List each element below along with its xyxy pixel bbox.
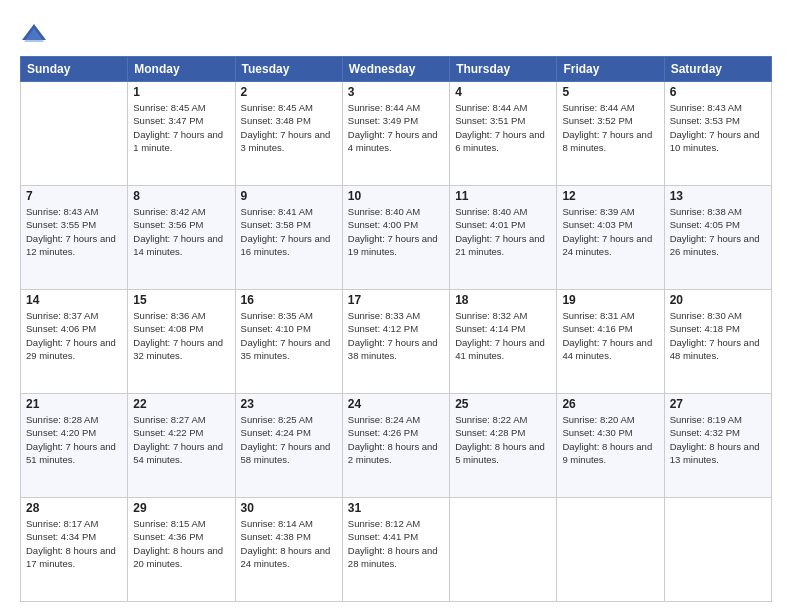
calendar-cell: 13Sunrise: 8:38 AMSunset: 4:05 PMDayligh…: [664, 186, 771, 290]
day-number: 2: [241, 85, 337, 99]
day-info: Sunrise: 8:24 AMSunset: 4:26 PMDaylight:…: [348, 413, 444, 466]
day-number: 30: [241, 501, 337, 515]
day-number: 13: [670, 189, 766, 203]
calendar-cell: 3Sunrise: 8:44 AMSunset: 3:49 PMDaylight…: [342, 82, 449, 186]
calendar-cell: [557, 498, 664, 602]
day-number: 25: [455, 397, 551, 411]
calendar-cell: 24Sunrise: 8:24 AMSunset: 4:26 PMDayligh…: [342, 394, 449, 498]
calendar-cell: 9Sunrise: 8:41 AMSunset: 3:58 PMDaylight…: [235, 186, 342, 290]
day-number: 27: [670, 397, 766, 411]
day-number: 4: [455, 85, 551, 99]
calendar-cell: [664, 498, 771, 602]
calendar-cell: 30Sunrise: 8:14 AMSunset: 4:38 PMDayligh…: [235, 498, 342, 602]
day-number: 21: [26, 397, 122, 411]
day-info: Sunrise: 8:36 AMSunset: 4:08 PMDaylight:…: [133, 309, 229, 362]
day-info: Sunrise: 8:44 AMSunset: 3:52 PMDaylight:…: [562, 101, 658, 154]
calendar-cell: [21, 82, 128, 186]
calendar-week-row: 1Sunrise: 8:45 AMSunset: 3:47 PMDaylight…: [21, 82, 772, 186]
day-info: Sunrise: 8:40 AMSunset: 4:00 PMDaylight:…: [348, 205, 444, 258]
day-info: Sunrise: 8:42 AMSunset: 3:56 PMDaylight:…: [133, 205, 229, 258]
calendar-week-row: 14Sunrise: 8:37 AMSunset: 4:06 PMDayligh…: [21, 290, 772, 394]
day-number: 29: [133, 501, 229, 515]
calendar-day-header: Thursday: [450, 57, 557, 82]
day-info: Sunrise: 8:44 AMSunset: 3:51 PMDaylight:…: [455, 101, 551, 154]
calendar-cell: 19Sunrise: 8:31 AMSunset: 4:16 PMDayligh…: [557, 290, 664, 394]
day-info: Sunrise: 8:45 AMSunset: 3:47 PMDaylight:…: [133, 101, 229, 154]
day-number: 24: [348, 397, 444, 411]
calendar-cell: 29Sunrise: 8:15 AMSunset: 4:36 PMDayligh…: [128, 498, 235, 602]
day-number: 18: [455, 293, 551, 307]
header: [20, 16, 772, 48]
day-number: 5: [562, 85, 658, 99]
day-number: 31: [348, 501, 444, 515]
day-number: 15: [133, 293, 229, 307]
calendar-cell: 16Sunrise: 8:35 AMSunset: 4:10 PMDayligh…: [235, 290, 342, 394]
calendar-cell: 17Sunrise: 8:33 AMSunset: 4:12 PMDayligh…: [342, 290, 449, 394]
calendar-cell: 6Sunrise: 8:43 AMSunset: 3:53 PMDaylight…: [664, 82, 771, 186]
calendar-cell: 27Sunrise: 8:19 AMSunset: 4:32 PMDayligh…: [664, 394, 771, 498]
day-info: Sunrise: 8:44 AMSunset: 3:49 PMDaylight:…: [348, 101, 444, 154]
day-info: Sunrise: 8:37 AMSunset: 4:06 PMDaylight:…: [26, 309, 122, 362]
calendar-cell: 12Sunrise: 8:39 AMSunset: 4:03 PMDayligh…: [557, 186, 664, 290]
calendar-week-row: 21Sunrise: 8:28 AMSunset: 4:20 PMDayligh…: [21, 394, 772, 498]
calendar-cell: 22Sunrise: 8:27 AMSunset: 4:22 PMDayligh…: [128, 394, 235, 498]
calendar-cell: 14Sunrise: 8:37 AMSunset: 4:06 PMDayligh…: [21, 290, 128, 394]
calendar-cell: 28Sunrise: 8:17 AMSunset: 4:34 PMDayligh…: [21, 498, 128, 602]
calendar: SundayMondayTuesdayWednesdayThursdayFrid…: [20, 56, 772, 602]
day-info: Sunrise: 8:22 AMSunset: 4:28 PMDaylight:…: [455, 413, 551, 466]
calendar-header-row: SundayMondayTuesdayWednesdayThursdayFrid…: [21, 57, 772, 82]
calendar-day-header: Sunday: [21, 57, 128, 82]
day-info: Sunrise: 8:45 AMSunset: 3:48 PMDaylight:…: [241, 101, 337, 154]
calendar-cell: 11Sunrise: 8:40 AMSunset: 4:01 PMDayligh…: [450, 186, 557, 290]
day-info: Sunrise: 8:41 AMSunset: 3:58 PMDaylight:…: [241, 205, 337, 258]
calendar-day-header: Monday: [128, 57, 235, 82]
day-number: 23: [241, 397, 337, 411]
calendar-cell: 20Sunrise: 8:30 AMSunset: 4:18 PMDayligh…: [664, 290, 771, 394]
day-info: Sunrise: 8:20 AMSunset: 4:30 PMDaylight:…: [562, 413, 658, 466]
day-info: Sunrise: 8:19 AMSunset: 4:32 PMDaylight:…: [670, 413, 766, 466]
day-number: 14: [26, 293, 122, 307]
calendar-cell: 18Sunrise: 8:32 AMSunset: 4:14 PMDayligh…: [450, 290, 557, 394]
calendar-cell: 8Sunrise: 8:42 AMSunset: 3:56 PMDaylight…: [128, 186, 235, 290]
day-info: Sunrise: 8:27 AMSunset: 4:22 PMDaylight:…: [133, 413, 229, 466]
day-info: Sunrise: 8:25 AMSunset: 4:24 PMDaylight:…: [241, 413, 337, 466]
day-number: 8: [133, 189, 229, 203]
day-number: 28: [26, 501, 122, 515]
day-info: Sunrise: 8:32 AMSunset: 4:14 PMDaylight:…: [455, 309, 551, 362]
calendar-cell: 1Sunrise: 8:45 AMSunset: 3:47 PMDaylight…: [128, 82, 235, 186]
day-number: 19: [562, 293, 658, 307]
calendar-cell: 21Sunrise: 8:28 AMSunset: 4:20 PMDayligh…: [21, 394, 128, 498]
day-info: Sunrise: 8:43 AMSunset: 3:53 PMDaylight:…: [670, 101, 766, 154]
day-number: 10: [348, 189, 444, 203]
day-info: Sunrise: 8:35 AMSunset: 4:10 PMDaylight:…: [241, 309, 337, 362]
calendar-day-header: Friday: [557, 57, 664, 82]
calendar-day-header: Tuesday: [235, 57, 342, 82]
day-number: 3: [348, 85, 444, 99]
day-info: Sunrise: 8:40 AMSunset: 4:01 PMDaylight:…: [455, 205, 551, 258]
page: SundayMondayTuesdayWednesdayThursdayFrid…: [0, 0, 792, 612]
day-number: 16: [241, 293, 337, 307]
day-info: Sunrise: 8:12 AMSunset: 4:41 PMDaylight:…: [348, 517, 444, 570]
day-number: 20: [670, 293, 766, 307]
day-number: 12: [562, 189, 658, 203]
day-number: 7: [26, 189, 122, 203]
day-info: Sunrise: 8:15 AMSunset: 4:36 PMDaylight:…: [133, 517, 229, 570]
day-number: 9: [241, 189, 337, 203]
calendar-cell: 23Sunrise: 8:25 AMSunset: 4:24 PMDayligh…: [235, 394, 342, 498]
logo-icon: [20, 20, 48, 48]
calendar-cell: 5Sunrise: 8:44 AMSunset: 3:52 PMDaylight…: [557, 82, 664, 186]
calendar-cell: 10Sunrise: 8:40 AMSunset: 4:00 PMDayligh…: [342, 186, 449, 290]
calendar-cell: 26Sunrise: 8:20 AMSunset: 4:30 PMDayligh…: [557, 394, 664, 498]
calendar-day-header: Wednesday: [342, 57, 449, 82]
day-number: 26: [562, 397, 658, 411]
calendar-cell: 31Sunrise: 8:12 AMSunset: 4:41 PMDayligh…: [342, 498, 449, 602]
day-info: Sunrise: 8:28 AMSunset: 4:20 PMDaylight:…: [26, 413, 122, 466]
logo: [20, 20, 50, 48]
calendar-cell: [450, 498, 557, 602]
day-info: Sunrise: 8:17 AMSunset: 4:34 PMDaylight:…: [26, 517, 122, 570]
calendar-cell: 2Sunrise: 8:45 AMSunset: 3:48 PMDaylight…: [235, 82, 342, 186]
day-info: Sunrise: 8:30 AMSunset: 4:18 PMDaylight:…: [670, 309, 766, 362]
day-info: Sunrise: 8:31 AMSunset: 4:16 PMDaylight:…: [562, 309, 658, 362]
day-info: Sunrise: 8:33 AMSunset: 4:12 PMDaylight:…: [348, 309, 444, 362]
day-info: Sunrise: 8:14 AMSunset: 4:38 PMDaylight:…: [241, 517, 337, 570]
